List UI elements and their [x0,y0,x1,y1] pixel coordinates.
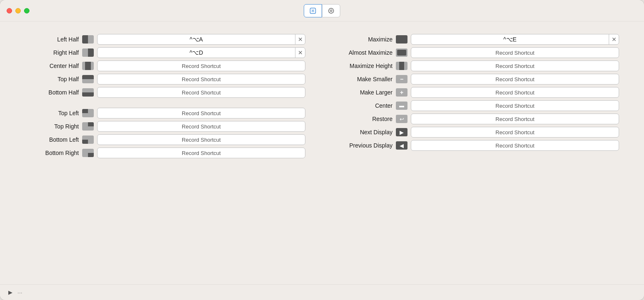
row-label-prev-display: Previous Display [339,142,393,149]
svg-point-3 [330,10,332,11]
shortcut-field-left-half[interactable]: ^⌥A ✕ [97,34,305,45]
window-controls [7,8,29,13]
shortcut-field-bottom-right[interactable]: Record Shortcut [97,148,305,158]
shortcut-field-next-display[interactable]: Record Shortcut [411,127,619,138]
clear-left-half[interactable]: ✕ [295,34,305,44]
shortcut-text-top-half: Record Shortcut [98,76,305,82]
table-row: Maximize Height Record Shortcut [339,60,619,71]
row-label-center: Center [339,102,393,109]
row-label-right-half: Right Half [25,49,79,56]
row-label-maximize-height: Maximize Height [339,63,393,69]
clear-right-half[interactable]: ✕ [295,48,305,58]
titlebar: ⌘ [0,0,644,22]
shortcut-field-make-smaller[interactable]: Record Shortcut [411,74,619,85]
icon-bottom-left[interactable] [82,135,94,144]
icon-right-half[interactable] [82,48,94,57]
table-row: Almost Maximize Record Shortcut [339,47,619,58]
shortcut-field-right-half[interactable]: ^⌥D ✕ [97,47,305,58]
row-label-bottom-right: Bottom Right [25,150,79,156]
left-column: Left Half ^⌥A ✕ Right Half ^⌥D ✕ [25,34,305,161]
table-row: Maximize ^⌥E ✕ [339,34,619,45]
icon-maximize[interactable] [396,35,407,44]
table-row: Top Right Record Shortcut [25,121,305,132]
icon-top-left[interactable] [82,109,94,117]
shortcut-field-top-left[interactable]: Record Shortcut [97,108,305,119]
icon-make-smaller[interactable]: − [396,75,407,83]
row-label-left-half: Left Half [25,36,79,43]
icon-left-half[interactable] [82,35,94,44]
row-label-bottom-half: Bottom Half [25,89,79,96]
tab-shortcuts[interactable]: ⌘ [304,4,322,17]
app-window: ⌘ [0,0,644,300]
shortcut-field-center[interactable]: Record Shortcut [411,100,619,111]
icon-top-half[interactable] [82,75,94,83]
shortcut-field-center-half[interactable]: Record Shortcut [97,60,305,71]
icon-make-larger[interactable]: + [396,88,407,97]
table-row: Make Larger + Record Shortcut [339,87,619,98]
icon-prev-display[interactable]: ◀ [396,141,407,150]
shortcut-text-center-half: Record Shortcut [98,63,305,69]
icon-center-win[interactable]: ▬ [396,102,407,110]
icon-top-right[interactable] [82,122,94,131]
table-row: Center ▬ Record Shortcut [339,100,619,111]
minimize-button[interactable] [15,8,21,13]
close-button[interactable] [7,8,12,13]
shortcut-field-make-larger[interactable]: Record Shortcut [411,87,619,98]
icon-maximize-height[interactable] [396,62,407,70]
shortcut-text-maximize-height: Record Shortcut [411,63,619,69]
play-button[interactable]: ▶ [7,289,14,296]
shortcut-text-bottom-half: Record Shortcut [98,90,305,96]
shortcut-text-restore: Record Shortcut [411,116,619,122]
row-label-top-left: Top Left [25,110,79,116]
icon-center-half[interactable] [82,62,94,70]
clear-maximize[interactable]: ✕ [609,34,619,44]
row-label-make-smaller: Make Smaller [339,76,393,82]
icon-next-display[interactable]: ▶ [396,128,407,136]
tab-settings[interactable] [322,4,340,17]
shortcut-field-top-right[interactable]: Record Shortcut [97,121,305,132]
shortcut-field-prev-display[interactable]: Record Shortcut [411,140,619,151]
icon-restore[interactable]: ↩ [396,115,407,123]
left-group-2: Top Left Record Shortcut Top Right Recor… [25,108,305,161]
shortcut-text-make-smaller: Record Shortcut [411,76,619,82]
shortcut-field-bottom-half[interactable]: Record Shortcut [97,87,305,98]
row-label-almost-maximize: Almost Maximize [339,49,393,56]
more-options-label: ··· [17,289,22,296]
row-label-bottom-left: Bottom Left [25,136,79,143]
shortcut-field-restore[interactable]: Record Shortcut [411,114,619,124]
shortcut-text-make-larger: Record Shortcut [411,90,619,96]
play-icon: ▶ [8,289,12,295]
main-content: Left Half ^⌥A ✕ Right Half ^⌥D ✕ [0,22,644,169]
bottombar: ▶ ··· [0,284,644,300]
shortcut-field-maximize-height[interactable]: Record Shortcut [411,60,619,71]
row-label-next-display: Next Display [339,129,393,135]
shortcut-text-right-half: ^⌥D [98,49,295,56]
table-row: Bottom Left Record Shortcut [25,134,305,145]
table-row: Top Half Record Shortcut [25,74,305,85]
table-row: Bottom Half Record Shortcut [25,87,305,98]
table-row: Top Left Record Shortcut [25,108,305,119]
table-row: Right Half ^⌥D ✕ [25,47,305,58]
shortcut-text-bottom-left: Record Shortcut [98,137,305,143]
icon-bottom-half[interactable] [82,88,94,97]
table-row: Center Half Record Shortcut [25,60,305,71]
table-row: Left Half ^⌥A ✕ [25,34,305,45]
icon-bottom-right[interactable] [82,149,94,157]
row-label-top-half: Top Half [25,76,79,82]
row-label-top-right: Top Right [25,123,79,130]
row-label-make-larger: Make Larger [339,89,393,96]
svg-text:⌘: ⌘ [311,9,315,13]
shortcut-field-almost-maximize[interactable]: Record Shortcut [411,47,619,58]
table-row: Make Smaller − Record Shortcut [339,74,619,85]
titlebar-tabs: ⌘ [304,4,340,17]
shortcut-text-almost-maximize: Record Shortcut [411,50,619,56]
fullscreen-button[interactable] [24,8,29,13]
shortcut-field-top-half[interactable]: Record Shortcut [97,74,305,85]
shortcut-text-maximize: ^⌥E [411,36,609,43]
shortcut-text-center: Record Shortcut [411,103,619,109]
icon-almost-maximize[interactable] [396,48,407,57]
shortcut-field-maximize[interactable]: ^⌥E ✕ [411,34,619,45]
shortcut-field-bottom-left[interactable]: Record Shortcut [97,134,305,145]
row-label-maximize: Maximize [339,36,393,43]
table-row: Next Display ▶ Record Shortcut [339,127,619,138]
